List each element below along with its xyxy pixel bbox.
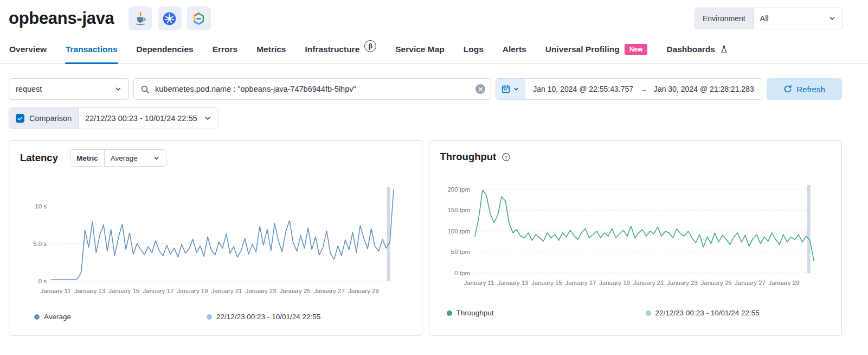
svg-text:January 23: January 23 [246, 288, 277, 294]
svg-text:100 tpm: 100 tpm [447, 228, 470, 234]
start-date-button[interactable]: Jan 10, 2024 @ 22:55:43.757 [533, 85, 633, 93]
java-icon [128, 7, 152, 30]
tab-service-map[interactable]: Service Map [395, 39, 445, 64]
svg-text:January 19: January 19 [599, 280, 630, 286]
environment-select[interactable]: All [754, 8, 843, 29]
comparison-range-select[interactable]: 22/12/23 00:23 - 10/01/24 22:55 [79, 108, 217, 129]
svg-text:0 s: 0 s [38, 278, 47, 284]
svg-text:January 17: January 17 [565, 280, 596, 286]
kql-search-box [133, 78, 491, 100]
latency-metric-control: Metric Average [70, 149, 166, 167]
legend-item[interactable]: 22/12/23 00:23 - 10/01/24 22:55 [207, 313, 320, 321]
comparison-toggle: Comparison [9, 108, 79, 129]
charts-row: Latency Metric Average 0 s5.0 s10 sJanua… [0, 129, 868, 336]
svg-text:January 21: January 21 [211, 288, 242, 294]
comparison-checkbox[interactable] [16, 114, 24, 123]
svg-text:January 17: January 17 [143, 288, 173, 294]
latency-title: Latency [20, 152, 58, 164]
tab-metrics[interactable]: Metrics [256, 39, 286, 64]
filter-bar: request Jan 10, 2024 @ 22:55:43.757 → Ja… [0, 64, 868, 100]
search-icon [140, 85, 150, 94]
chevron-down-icon [114, 85, 122, 93]
svg-text:January 13: January 13 [74, 288, 105, 294]
end-date-button[interactable]: Jan 30, 2024 @ 21:28:21.283 [654, 85, 754, 93]
comparison-label: Comparison [29, 114, 72, 123]
legend-item[interactable]: 22/12/23 00:23 - 10/01/24 22:55 [646, 309, 760, 317]
svg-text:January 25: January 25 [280, 288, 311, 294]
svg-text:January 11: January 11 [41, 288, 71, 294]
tab-transactions[interactable]: Transactions [65, 39, 118, 64]
svg-text:January 23: January 23 [667, 280, 698, 286]
tab-infrastructure[interactable]: Infrastructure β [304, 39, 377, 64]
quick-select-menu-button[interactable] [496, 79, 525, 99]
environment-filter[interactable]: Environment All [695, 8, 843, 29]
legend-dot [34, 314, 40, 320]
transaction-type-select[interactable]: request [9, 78, 129, 100]
agent-icons [128, 7, 211, 30]
calendar-icon [501, 85, 510, 93]
gcp-icon [187, 7, 211, 30]
metric-label: Metric [70, 150, 105, 166]
tab-errors[interactable]: Errors [212, 39, 239, 64]
svg-text:January 15: January 15 [108, 288, 139, 294]
date-range-values: Jan 10, 2024 @ 22:55:43.757 → Jan 30, 20… [525, 85, 762, 93]
legend-dot [447, 310, 452, 316]
tab-universal-profiling[interactable]: Universal Profiling New [545, 39, 648, 64]
legend-item[interactable]: Throughput [447, 309, 494, 317]
date-range-picker: Jan 10, 2024 @ 22:55:43.757 → Jan 30, 20… [496, 78, 762, 100]
svg-text:January 15: January 15 [531, 280, 562, 286]
svg-text:200 tpm: 200 tpm [447, 186, 470, 193]
throughput-legend: Throughput 22/12/23 00:23 - 10/01/24 22:… [440, 309, 831, 317]
chevron-down-icon [513, 86, 519, 92]
flask-icon [720, 45, 728, 54]
svg-text:January 25: January 25 [700, 280, 731, 286]
comparison-range-value: 22/12/23 00:23 - 10/01/24 22:55 [85, 114, 197, 123]
metric-select[interactable]: Average [105, 150, 166, 166]
throughput-panel: Throughput ? 0 tpm50 tpm100 tpm150 tpm20… [429, 140, 843, 336]
search-input[interactable] [155, 85, 470, 93]
question-mark-icon[interactable]: ? [501, 153, 511, 162]
svg-text:January 27: January 27 [735, 280, 766, 286]
beta-badge: β [364, 40, 376, 52]
legend-dot [646, 310, 651, 316]
latency-chart: 0 s5.0 s10 sJanuary 11January 13January … [20, 181, 408, 297]
chevron-down-icon [204, 115, 211, 122]
svg-text:January 29: January 29 [768, 280, 799, 286]
tab-logs[interactable]: Logs [463, 39, 484, 64]
svg-text:January 27: January 27 [314, 288, 345, 294]
throughput-chart: 0 tpm50 tpm100 tpm150 tpm200 tpmJanuary … [440, 181, 828, 289]
svg-text:5.0 s: 5.0 s [33, 240, 47, 247]
svg-text:150 tpm: 150 tpm [447, 207, 470, 213]
svg-text:50 tpm: 50 tpm [451, 249, 470, 255]
date-range-arrow: → [640, 85, 647, 93]
tab-overview[interactable]: Overview [9, 39, 47, 64]
check-icon [17, 115, 23, 122]
latency-panel: Latency Metric Average 0 s5.0 s10 sJanua… [9, 140, 422, 336]
service-title: opbeans-java [9, 9, 114, 28]
service-tabs: Overview Transactions Dependencies Error… [0, 30, 868, 64]
latency-legend: Average 22/12/23 00:23 - 10/01/24 22:55 [20, 313, 411, 321]
svg-text:January 29: January 29 [348, 288, 379, 294]
clear-search-button[interactable] [475, 84, 485, 94]
svg-text:?: ? [505, 154, 508, 160]
svg-text:January 19: January 19 [177, 288, 208, 294]
new-badge: New [625, 44, 648, 55]
kubernetes-icon [158, 7, 182, 30]
tab-dependencies[interactable]: Dependencies [136, 39, 194, 64]
svg-text:January 11: January 11 [464, 280, 494, 286]
refresh-icon [783, 85, 792, 93]
legend-dot [207, 314, 212, 320]
svg-text:0 tpm: 0 tpm [454, 270, 470, 276]
environment-value: All [760, 14, 769, 23]
environment-label: Environment [695, 8, 754, 29]
legend-item[interactable]: Average [34, 313, 71, 321]
comparison-control: Comparison 22/12/23 00:23 - 10/01/24 22:… [9, 107, 218, 129]
throughput-title: Throughput [440, 151, 497, 163]
tab-dashboards[interactable]: Dashboards [666, 39, 729, 64]
svg-text:January 21: January 21 [633, 280, 664, 286]
svg-text:10 s: 10 s [35, 203, 47, 210]
chevron-down-icon [153, 155, 160, 162]
refresh-button[interactable]: Refresh [767, 78, 842, 100]
tab-alerts[interactable]: Alerts [502, 39, 527, 64]
comparison-row: Comparison 22/12/23 00:23 - 10/01/24 22:… [0, 100, 868, 129]
